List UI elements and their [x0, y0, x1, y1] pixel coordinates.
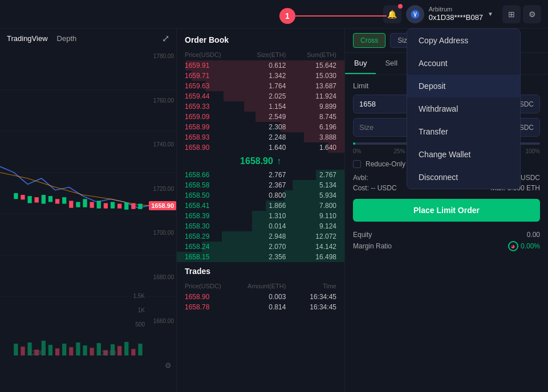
trade-time: 16:34:45 — [286, 303, 336, 311]
trade-row: 1658.90 0.003 16:34:45 — [177, 292, 344, 302]
ask-bar — [255, 112, 344, 122]
wallet-network: Arbitrum — [429, 6, 483, 13]
dropdown-copy-address[interactable]: Copy Address — [407, 29, 520, 52]
dropdown-withdrawal[interactable]: Withdrawal — [407, 97, 520, 120]
cross-btn[interactable]: Cross — [353, 33, 385, 48]
ask-row[interactable]: 1659.71 1.342 15.030 — [177, 71, 344, 81]
chart-tabs: TradingView Depth ⤢ — [0, 28, 176, 48]
bid-bar — [177, 252, 344, 262]
gear-icon: ⚙ — [529, 10, 536, 19]
bid-row[interactable]: 1658.39 1.310 9.110 — [177, 211, 344, 221]
svg-rect-22 — [117, 204, 121, 209]
ask-bar — [304, 132, 344, 142]
bid-row[interactable]: 1658.24 2.070 14.142 — [177, 242, 344, 252]
slider-25: 25% — [393, 148, 405, 154]
wallet-selector[interactable]: Arbitrum 0x1D38****B087 ▼ — [406, 5, 493, 23]
place-order-button[interactable]: Place Limit Order — [353, 199, 540, 222]
tab-depth[interactable]: Depth — [57, 34, 77, 43]
bid-size: 2.767 — [236, 171, 286, 179]
wallet-address: 0x1D38****B087 — [429, 13, 483, 22]
ask-row[interactable]: 1658.90 1.640 1.640 — [177, 142, 344, 153]
y-label-5: 1700.00 — [147, 230, 174, 236]
vol-label-1: 1.5K — [133, 293, 145, 299]
ob-col-sum: Sum(ETH) — [286, 51, 336, 58]
header: 1 🔔 Arbitrum 0x1D38****B087 ▼ ⊞ ⚙ — [0, 0, 548, 28]
bid-row[interactable]: 1658.58 2.367 5.134 — [177, 180, 344, 190]
bid-bar — [222, 231, 344, 242]
slider-0: 0% — [353, 148, 361, 154]
equity-value: 0.00 — [527, 231, 540, 239]
dropdown-change-wallet[interactable]: Change Wallet — [407, 143, 520, 166]
ask-rows: 1659.91 0.612 15.642 1659.71 1.342 15.03… — [177, 60, 344, 153]
margin-value-wrap: ◕ 0.00% — [508, 241, 540, 251]
tab-buy[interactable]: Buy — [345, 53, 376, 74]
ob-col-price: Price(USDC) — [185, 51, 236, 58]
settings-icon: ⊞ — [508, 10, 515, 19]
reduce-only-checkbox[interactable] — [353, 160, 361, 168]
tab-tradingview[interactable]: TradingView — [7, 34, 48, 43]
dropdown-transfer[interactable]: Transfer — [407, 120, 520, 143]
trades-col-amount: Amount(ETH) — [236, 283, 286, 289]
ask-row[interactable]: 1659.63 1.764 13.687 — [177, 81, 344, 91]
ask-bar — [192, 71, 344, 81]
trade-price: 1658.78 — [185, 303, 236, 311]
annotation-circle-1: 1 — [279, 8, 295, 24]
ask-row[interactable]: 1658.93 2.248 3.888 — [177, 132, 344, 142]
ask-bar — [281, 122, 344, 132]
bid-row[interactable]: 1658.41 1.866 7.800 — [177, 201, 344, 211]
ask-row[interactable]: 1658.99 2.308 6.196 — [177, 122, 344, 132]
trades-col-price: Price(USDC) — [185, 283, 236, 289]
ask-price: 1659.09 — [185, 113, 236, 121]
y-label-4: 1720.00 — [147, 186, 174, 192]
ask-size: 2.248 — [236, 133, 286, 141]
svg-rect-13 — [55, 199, 59, 203]
reduce-only-label: Reduce-Only — [366, 160, 405, 168]
bid-price: 1658.30 — [185, 222, 236, 230]
svg-rect-21 — [111, 202, 115, 208]
equity-label: Equity — [353, 231, 372, 239]
mid-price-arrow: ↑ — [277, 156, 281, 166]
vol-label-3: 500 — [133, 321, 145, 328]
wallet-chevron: ▼ — [488, 11, 493, 17]
chart-expand-icon[interactable]: ⤢ — [162, 33, 169, 44]
ask-row[interactable]: 1659.09 2.549 8.745 — [177, 112, 344, 122]
orderbook-title: Order Book — [177, 28, 344, 49]
ask-price: 1658.99 — [185, 123, 236, 131]
svg-rect-24 — [131, 203, 135, 209]
x-axis: 12:00 16:00 — [0, 350, 145, 356]
wallet-info: Arbitrum 0x1D38****B087 — [429, 6, 483, 22]
header-icons: ⊞ ⚙ — [502, 5, 541, 23]
dropdown-account[interactable]: Account — [407, 52, 520, 75]
ask-row[interactable]: 1659.91 0.612 15.642 — [177, 60, 344, 71]
ask-size: 2.308 — [236, 123, 286, 131]
annotation-line-1 — [295, 15, 387, 17]
bid-row[interactable]: 1658.29 2.948 12.072 — [177, 231, 344, 242]
dropdown-deposit[interactable]: Deposit 2 — [407, 75, 520, 97]
settings-button[interactable]: ⊞ — [502, 5, 521, 23]
bid-bar — [202, 242, 344, 252]
svg-rect-20 — [104, 203, 108, 209]
margin-icon: ◕ — [508, 241, 518, 251]
bid-row[interactable]: 1658.30 0.014 9.124 — [177, 221, 344, 231]
margin-label: Margin Ratio — [353, 242, 392, 250]
dropdown-disconnect[interactable]: Disconnect — [407, 166, 520, 189]
ask-row[interactable]: 1659.44 2.025 11.924 — [177, 91, 344, 101]
bid-bar — [252, 221, 344, 231]
volume-labels: 1.5K 1K 500 — [133, 293, 145, 328]
bid-bar — [252, 211, 344, 221]
gear-button[interactable]: ⚙ — [523, 5, 541, 23]
ask-row[interactable]: 1659.33 1.154 9.899 — [177, 101, 344, 112]
current-price-tag: 1658.90 — [149, 201, 176, 210]
ask-bar — [185, 60, 344, 71]
orderbook-panel: Order Book Price(USDC) Size(ETH) Sum(ETH… — [177, 28, 345, 392]
ask-price: 1658.93 — [185, 133, 236, 141]
bid-row[interactable]: 1658.50 0.800 5.934 — [177, 190, 344, 201]
tab-sell[interactable]: Sell — [376, 53, 407, 74]
trades-col-time: Time — [286, 283, 336, 289]
chart-settings-icon[interactable]: ⚙ — [165, 361, 172, 370]
svg-rect-25 — [138, 204, 142, 209]
bid-row[interactable]: 1658.66 2.767 2.767 — [177, 170, 344, 180]
bid-row[interactable]: 1658.15 2.356 16.498 — [177, 252, 344, 262]
annotation-1: 1 — [279, 8, 387, 24]
ask-bar — [224, 91, 344, 101]
